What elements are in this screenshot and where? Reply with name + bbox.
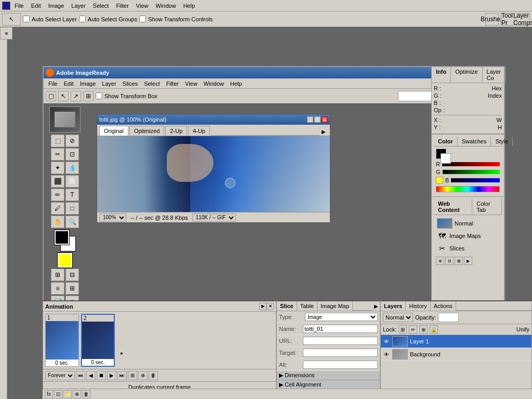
layer-mask-btn[interactable]: ⊡ <box>54 390 62 398</box>
slice-alt-input[interactable] <box>303 361 378 369</box>
layer-comps-tab-btn[interactable]: Layer Comps <box>516 13 530 25</box>
ir-mask-tool[interactable]: ⊞ <box>51 269 64 281</box>
ps-menu-window[interactable]: Window <box>153 2 179 10</box>
fg-bg-colors[interactable] <box>55 230 75 251</box>
ir-menu-edit[interactable]: Edit <box>61 80 76 87</box>
ir-menu-filter[interactable]: Filter <box>164 80 181 87</box>
slice-tab-table[interactable]: Table <box>297 301 317 311</box>
ir-direct-select[interactable]: ↗ <box>71 91 81 101</box>
color-spectrum[interactable] <box>436 186 500 192</box>
ir-extra-2[interactable]: ⊞ <box>65 282 79 295</box>
ir-screen-tool[interactable]: ⊟ <box>65 269 79 281</box>
ir-eraser[interactable]: ⬜ <box>65 175 79 188</box>
wc-btn-1[interactable]: ⊕ <box>436 257 444 265</box>
anim-play-btn[interactable]: ▶ <box>107 371 116 380</box>
ir-menu-file[interactable]: File <box>46 80 60 87</box>
ps-menu-view[interactable]: View <box>133 2 152 10</box>
ir-brush-tool[interactable]: ✏ <box>51 189 64 201</box>
loop-select[interactable]: Forever <box>45 371 75 380</box>
ps-menu-help[interactable]: Help <box>180 2 198 10</box>
wc-imagemaps-item[interactable]: 🗺 Image Maps <box>436 230 500 242</box>
lock-all-btn[interactable]: 🔒 <box>430 325 438 334</box>
auto-select-groups-input[interactable] <box>79 16 86 22</box>
anim-menu-btn[interactable]: ▶ <box>259 303 267 310</box>
ir-zoom-tool[interactable]: 🔍 <box>65 216 79 228</box>
anim-close-btn[interactable]: ✕ <box>267 303 274 310</box>
ir-menu-layer[interactable]: Layer <box>99 80 119 87</box>
ps-tool-1[interactable]: ⊕ <box>0 27 12 39</box>
img-tab-optimized[interactable]: Optimized <box>129 126 165 136</box>
ps-menu-filter[interactable]: Filter <box>113 2 131 10</box>
tool-presets-tab-btn[interactable]: Tool Pr <box>501 13 514 25</box>
ir-move-tool[interactable]: ↖ <box>58 91 69 101</box>
ir-show-transform-cb[interactable]: Show Transform Box <box>96 92 157 99</box>
format-select[interactable]: 110K / -- GIF <box>192 214 236 222</box>
ir-menu-help[interactable]: Help <box>228 80 245 87</box>
g-slider[interactable] <box>443 170 500 174</box>
auto-select-layer-cb[interactable]: Auto Select Layer <box>23 16 77 22</box>
auto-select-groups-cb[interactable]: Auto Select Groups <box>79 16 137 22</box>
layer-fx-btn[interactable]: fx <box>45 390 53 398</box>
ir-magic-wand[interactable]: ✦ <box>51 162 64 174</box>
slice-name-input[interactable] <box>303 325 378 333</box>
ir-menu-image[interactable]: Image <box>77 80 99 87</box>
fg-color-box[interactable] <box>436 149 446 159</box>
slice-menu-btn[interactable]: ▶ <box>373 301 380 311</box>
layer-item-bg[interactable]: 👁 Background <box>381 348 531 361</box>
ir-show-transform-input[interactable] <box>96 92 102 99</box>
img-doc-min-btn[interactable]: _ <box>307 116 313 123</box>
ps-menu-image[interactable]: Image <box>45 2 68 10</box>
move-tool-btn[interactable]: ↖ <box>2 13 21 25</box>
slice-target-input[interactable] <box>303 349 378 357</box>
style-tab[interactable]: Style <box>491 137 512 146</box>
ir-hand-tool[interactable]: ✋ <box>51 216 64 228</box>
layer-item-1[interactable]: 👁 Layer 1 <box>381 335 531 348</box>
wc-normal-item[interactable]: Normal <box>436 217 500 230</box>
ps-menu-select[interactable]: Select <box>90 2 112 10</box>
brushes-tab-btn[interactable]: Brushes <box>485 13 499 25</box>
ir-eyedrop[interactable]: 💧 <box>65 162 79 174</box>
layer-delete-btn[interactable]: 🗑 <box>82 390 90 398</box>
ir-menu-slices[interactable]: Slices <box>120 80 140 87</box>
wc-btn-4[interactable]: ▶ <box>464 257 472 265</box>
show-transform-input[interactable] <box>139 16 146 22</box>
anim-duplicate-btn[interactable]: ⊕ <box>138 371 148 380</box>
slice-url-input[interactable] <box>303 337 378 345</box>
ir-extra-1[interactable]: ≡ <box>51 282 64 295</box>
anim-tween-btn[interactable]: ⊞ <box>128 371 137 380</box>
layer-group-btn[interactable]: 📁 <box>63 390 72 398</box>
opacity-input[interactable] <box>438 313 459 322</box>
fg-color-swatch[interactable] <box>55 230 69 245</box>
show-transform-cb[interactable]: Show Transform Controls <box>139 16 212 22</box>
img-tab-2up[interactable]: 2-Up <box>165 126 187 136</box>
wc-btn-2[interactable]: ⊟ <box>445 257 454 265</box>
ir-text-tool[interactable]: T <box>65 189 79 201</box>
anim-fwd-btn[interactable]: ⏭ <box>117 371 127 380</box>
img-doc-close-btn[interactable]: ✕ <box>322 116 328 123</box>
ps-menu-layer[interactable]: Layer <box>68 2 89 10</box>
wc-btn-3[interactable]: ⊠ <box>455 257 463 265</box>
bg-color-box[interactable] <box>441 153 451 164</box>
img-tab-4up[interactable]: 4-Up <box>188 126 210 136</box>
info-tab[interactable]: Info <box>432 67 451 83</box>
ps-menu-edit[interactable]: Edit <box>28 2 44 10</box>
optimize-tab[interactable]: Optimize <box>451 67 482 83</box>
ir-shape-tool[interactable]: □ <box>65 202 79 215</box>
b-slider[interactable] <box>451 178 500 182</box>
layers-tab-layers[interactable]: Layers <box>381 301 406 311</box>
anim-back-btn[interactable]: ◀ <box>86 371 96 380</box>
ps-menu-file[interactable]: File <box>11 2 27 10</box>
color-tab[interactable]: Color <box>434 137 458 146</box>
img-tab-original[interactable]: Original <box>99 126 128 136</box>
ir-menu-select[interactable]: Select <box>141 80 163 87</box>
ir-lasso-tool[interactable]: ⊘ <box>65 135 79 147</box>
anim-frame-1[interactable]: 1 0 sec. <box>45 314 79 367</box>
wc-slices-item[interactable]: ✂ Slices <box>436 242 500 255</box>
ir-paintbucket[interactable]: ⬛ <box>51 175 64 188</box>
ir-select-tool[interactable]: ▢ <box>46 91 56 101</box>
anim-delete-btn[interactable]: 🗑 <box>149 371 158 380</box>
swatches-tab[interactable]: Swatches <box>458 137 491 146</box>
zoom-select[interactable]: 100% 50% 200% <box>99 214 126 222</box>
slice-tab-imagemap[interactable]: Image Map <box>317 301 353 311</box>
ir-pen-tool[interactable]: 🖊 <box>51 202 64 215</box>
